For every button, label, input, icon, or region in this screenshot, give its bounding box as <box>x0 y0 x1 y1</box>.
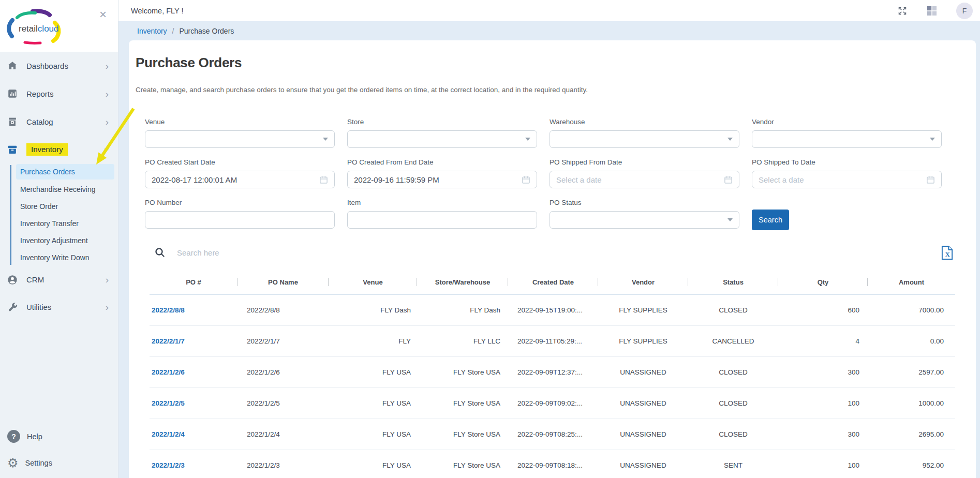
warehouse-filter: Warehouse <box>550 118 739 148</box>
catalog-box-icon <box>7 116 18 127</box>
filters-panel: Venue Store Warehouse Vendor PO Created … <box>145 118 942 229</box>
table-row: 2022/1/2/5 2022/1/2/5 FLY USA FLY Store … <box>150 387 955 419</box>
sidebar: × retailcloud Dashboards › Reports › Cat… <box>0 0 118 478</box>
store-filter: Store <box>347 118 537 148</box>
created-date-cell: 2022-09-15T19:00:... <box>508 294 598 325</box>
warehouse-select[interactable] <box>550 130 739 148</box>
po-shipped-to-input[interactable] <box>759 175 922 184</box>
vendor-cell: UNASSIGNED <box>598 419 688 450</box>
page-title: Purchase Orders <box>136 55 976 71</box>
sidebar-item-reports[interactable]: Reports › <box>0 80 118 108</box>
po-shipped-to-label: PO Shipped To Date <box>752 158 942 166</box>
table-header-row: PO # PO Name Venue Store/Warehouse Creat… <box>150 276 955 294</box>
created-date-cell: 2022-09-09T12:37:... <box>508 356 598 387</box>
qty-cell: 300 <box>778 356 868 387</box>
caret-down-icon <box>323 138 328 141</box>
created-date-cell: 2022-09-09T08:18:... <box>508 450 598 478</box>
submenu-item-inventory-write-down[interactable]: Inventory Write Down <box>0 249 118 266</box>
inventory-box-icon <box>7 144 18 155</box>
po-created-end-filter: PO Created From End Date <box>347 158 537 188</box>
submenu-item-merchandise-receiving[interactable]: Merchandise Receiving <box>0 181 118 198</box>
search-input[interactable] <box>177 248 941 257</box>
venue-select[interactable] <box>145 130 335 148</box>
store-label: Store <box>347 118 537 126</box>
po-number-link[interactable]: 2022/1/2/4 <box>150 419 237 450</box>
sidebar-item-crm[interactable]: CRM › <box>0 266 118 293</box>
po-number-link[interactable]: 2022/1/2/5 <box>150 387 237 419</box>
sidebar-item-label: Reports <box>26 89 54 98</box>
sidebar-item-settings[interactable]: ⚙ Settings <box>0 450 118 476</box>
page-description: Create, manage, and search purchase orde… <box>136 86 976 94</box>
sidebar-item-catalog[interactable]: Catalog › <box>0 108 118 136</box>
qty-cell: 300 <box>778 419 868 450</box>
po-created-start-field[interactable] <box>145 171 335 188</box>
item-field[interactable] <box>347 211 537 229</box>
amount-cell: 952.00 <box>868 450 955 478</box>
po-number-link[interactable]: 2022/2/8/8 <box>150 294 237 325</box>
submenu-item-store-order[interactable]: Store Order <box>0 198 118 215</box>
po-shipped-from-field[interactable] <box>550 171 739 188</box>
sidebar-item-utilities[interactable]: Utilities › <box>0 293 118 321</box>
venue-label: Venue <box>145 118 335 126</box>
submenu-item-label: Inventory Adjustment <box>20 236 88 245</box>
po-created-end-input[interactable] <box>354 175 517 184</box>
submenu-item-purchase-orders[interactable]: Purchase Orders <box>16 164 114 180</box>
po-shipped-to-field[interactable] <box>752 171 942 188</box>
store-select[interactable] <box>347 130 537 148</box>
topbar-actions: F <box>897 3 973 19</box>
excel-export-icon[interactable]: X <box>941 245 954 260</box>
fullscreen-icon[interactable] <box>897 6 908 16</box>
sidebar-item-label: Utilities <box>26 303 51 311</box>
chevron-right-icon: › <box>106 275 109 285</box>
vendor-label: Vendor <box>752 118 942 126</box>
po-status-select[interactable] <box>550 211 739 229</box>
qty-cell: 4 <box>778 325 868 356</box>
po-shipped-from-input[interactable] <box>556 175 720 184</box>
created-date-cell: 2022-09-09T09:02:... <box>508 387 598 419</box>
item-input[interactable] <box>354 216 530 225</box>
submenu-item-inventory-adjustment[interactable]: Inventory Adjustment <box>0 232 118 249</box>
venue-cell: FLY <box>329 325 417 356</box>
amount-cell: 2597.00 <box>868 356 955 387</box>
submenu-item-label: Merchandise Receiving <box>20 185 96 193</box>
po-number-link[interactable]: 2022/1/2/6 <box>150 356 237 387</box>
breadcrumb: Inventory / Purchase Orders <box>118 21 980 40</box>
status-cell: SENT <box>688 450 778 478</box>
svg-text:X: X <box>945 251 950 258</box>
po-number-field[interactable] <box>145 211 335 229</box>
sidebar-item-dashboards[interactable]: Dashboards › <box>0 52 118 80</box>
submenu-item-label: Inventory Transfer <box>20 219 79 228</box>
apps-grid-icon[interactable] <box>926 5 938 17</box>
search-button[interactable]: Search <box>752 210 789 230</box>
calendar-icon[interactable] <box>522 175 530 184</box>
inventory-submenu: Purchase Orders Merchandise Receiving St… <box>0 164 118 266</box>
vendor-cell: FLY SUPPLIES <box>598 325 688 356</box>
close-icon[interactable]: × <box>99 8 107 21</box>
breadcrumb-inventory-link[interactable]: Inventory <box>137 27 167 35</box>
vendor-select[interactable] <box>752 130 942 148</box>
calendar-icon[interactable] <box>926 175 935 184</box>
sidebar-item-help[interactable]: ? Help <box>0 423 118 450</box>
po-number-input[interactable] <box>152 216 328 225</box>
submenu-item-label: Purchase Orders <box>20 168 75 176</box>
breadcrumb-current: Purchase Orders <box>179 27 234 35</box>
submenu-item-inventory-transfer[interactable]: Inventory Transfer <box>0 215 118 232</box>
po-created-start-input[interactable] <box>152 175 315 184</box>
warehouse-label: Warehouse <box>550 118 739 126</box>
store-warehouse-cell: FLY Store USA <box>417 450 508 478</box>
logo-area: × retailcloud <box>0 0 118 52</box>
po-number-link[interactable]: 2022/1/2/3 <box>150 450 237 478</box>
po-created-end-field[interactable] <box>347 171 537 188</box>
calendar-icon[interactable] <box>319 175 328 184</box>
sidebar-item-inventory[interactable]: Inventory › <box>0 136 118 163</box>
welcome-text: Welcome, FLY ! <box>131 7 184 15</box>
calendar-icon[interactable] <box>724 175 733 184</box>
po-number-link[interactable]: 2022/2/1/7 <box>150 325 237 356</box>
wrench-icon <box>7 302 18 313</box>
topbar: Welcome, FLY ! F <box>118 0 980 21</box>
col-header-created-date: Created Date <box>508 276 598 294</box>
sidebar-item-label-highlighted: Inventory <box>26 143 68 156</box>
user-avatar[interactable]: F <box>956 3 973 19</box>
chevron-right-icon: › <box>106 117 109 127</box>
table-row: 2022/2/1/7 2022/2/1/7 FLY FLY LLC 2022-0… <box>150 325 955 356</box>
